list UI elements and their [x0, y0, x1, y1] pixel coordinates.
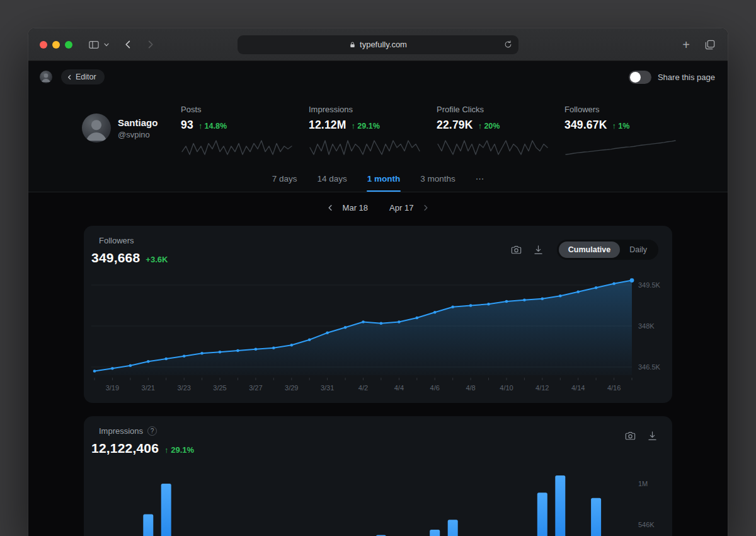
- traffic-lights: [40, 41, 72, 49]
- browser-window: typefully.com + Editor: [28, 28, 728, 536]
- stats-row: Santiago @svpino Posts 93 ↑ 14.8% Impres…: [28, 88, 728, 156]
- url-text: typefully.com: [360, 40, 407, 49]
- chart-mode-segmented-control: Cumulative Daily: [557, 240, 658, 260]
- sparkline-followers: [564, 139, 677, 156]
- svg-text:349.5K: 349.5K: [638, 281, 661, 289]
- up-arrow-icon: ↑: [478, 122, 484, 131]
- range-tabs: 7 days 14 days 1 month 3 months ⋯: [28, 170, 728, 192]
- cumulative-segment[interactable]: Cumulative: [559, 242, 620, 258]
- svg-text:3/19: 3/19: [106, 384, 119, 392]
- page-header: Editor Share this page: [28, 61, 728, 88]
- svg-text:4/16: 4/16: [607, 384, 621, 392]
- followers-card-title: Followers: [99, 236, 134, 245]
- stat-change: ↑ 1%: [612, 122, 630, 131]
- share-toggle[interactable]: [629, 71, 651, 84]
- download-icon[interactable]: [532, 244, 544, 256]
- analytics-page: Editor Share this page Santiago @svpino: [28, 61, 728, 536]
- svg-text:3/31: 3/31: [321, 384, 334, 392]
- stat-value: 93: [181, 119, 193, 132]
- range-end-date: Apr 17: [389, 203, 413, 213]
- new-tab-icon[interactable]: +: [682, 38, 690, 51]
- date-range-nav: Mar 18 Apr 17: [28, 203, 728, 213]
- back-button-icon[interactable]: [123, 40, 133, 49]
- profile-name: Santiago: [118, 117, 158, 128]
- tab-7-days[interactable]: 7 days: [272, 170, 298, 192]
- stat-label: Followers: [564, 105, 692, 114]
- svg-text:1M: 1M: [638, 480, 648, 487]
- prev-range-icon[interactable]: [327, 204, 334, 211]
- stat-label: Profile Clicks: [437, 105, 564, 114]
- daily-segment[interactable]: Daily: [620, 242, 656, 258]
- impressions-card-change: ↑ 29.1%: [164, 445, 194, 455]
- help-icon[interactable]: ?: [147, 426, 157, 436]
- back-to-editor-button[interactable]: Editor: [61, 69, 105, 84]
- followers-line-chart[interactable]: 349.5K348K346.5K3/193/213/233/253/273/29…: [91, 273, 665, 397]
- tab-more[interactable]: ⋯: [475, 170, 485, 192]
- reload-icon[interactable]: [503, 40, 513, 49]
- svg-text:3/29: 3/29: [285, 384, 298, 392]
- stat-posts: Posts 93 ↑ 14.8%: [181, 105, 309, 156]
- profile-avatar: [82, 114, 111, 143]
- up-arrow-icon: ↑: [612, 122, 619, 131]
- svg-text:4/14: 4/14: [571, 384, 585, 392]
- profile-handle: @svpino: [118, 130, 158, 139]
- svg-text:4/4: 4/4: [394, 384, 404, 392]
- share-label: Share this page: [658, 73, 715, 82]
- tab-3-months[interactable]: 3 months: [420, 170, 456, 192]
- camera-icon[interactable]: [510, 244, 522, 256]
- sparkline-posts: [181, 139, 293, 156]
- chevron-left-icon: [67, 74, 72, 80]
- followers-card-value: 349,668: [91, 250, 140, 265]
- range-start-date: Mar 18: [343, 203, 368, 213]
- camera-icon[interactable]: [624, 430, 636, 442]
- page-header-section: Editor Share this page Santiago @svpino: [28, 61, 728, 192]
- close-window-button[interactable]: [40, 41, 47, 49]
- svg-text:3/21: 3/21: [142, 384, 155, 392]
- impressions-card-title: Impressions: [99, 426, 143, 436]
- stat-label: Posts: [181, 105, 309, 114]
- stat-change: ↑ 20%: [478, 122, 500, 131]
- zoom-window-button[interactable]: [65, 41, 72, 49]
- followers-card-header: Followers 349,668 +3.6K: [91, 236, 168, 265]
- followers-card: Followers 349,668 +3.6K Cumulati: [84, 226, 672, 403]
- followers-card-change: +3.6K: [146, 255, 168, 264]
- address-bar[interactable]: typefully.com: [238, 35, 518, 54]
- up-arrow-icon: ↑: [352, 122, 358, 131]
- next-range-icon[interactable]: [422, 204, 429, 211]
- stat-change: ↑ 29.1%: [352, 122, 380, 131]
- share-control: Share this page: [629, 71, 715, 84]
- editor-button-label: Editor: [76, 73, 96, 81]
- up-arrow-icon: ↑: [164, 445, 171, 455]
- stat-label: Impressions: [309, 105, 437, 114]
- svg-text:4/2: 4/2: [358, 384, 368, 392]
- stat-followers: Followers 349.67K ↑ 1%: [564, 105, 692, 156]
- svg-text:3/23: 3/23: [177, 384, 190, 392]
- sidebar-toggle-icon[interactable]: [88, 38, 100, 51]
- svg-text:546K: 546K: [638, 521, 655, 528]
- toggle-knob: [630, 72, 641, 83]
- profile-block: Santiago @svpino: [82, 114, 181, 143]
- minimize-window-button[interactable]: [52, 41, 60, 49]
- tab-overview-icon[interactable]: [704, 38, 716, 51]
- lock-icon: [349, 41, 356, 49]
- stat-profile-clicks: Profile Clicks 22.79K ↑ 20%: [437, 105, 564, 156]
- stat-value: 22.79K: [437, 119, 473, 132]
- impressions-bar-chart[interactable]: 1M546K3/193/213/233/253/273/293/314/24/4…: [91, 463, 665, 536]
- up-arrow-icon: ↑: [198, 122, 205, 131]
- stat-value: 349.67K: [564, 119, 607, 132]
- svg-text:4/12: 4/12: [536, 384, 549, 392]
- browser-toolbar: typefully.com +: [28, 28, 728, 61]
- svg-text:3/27: 3/27: [249, 384, 262, 392]
- svg-text:348K: 348K: [638, 322, 655, 330]
- svg-text:3/25: 3/25: [213, 384, 226, 392]
- forward-button-icon[interactable]: [146, 40, 155, 49]
- svg-text:4/6: 4/6: [430, 384, 440, 392]
- impressions-card: Impressions ? 12,122,406 ↑ 29.1%: [84, 416, 672, 536]
- sidebar-chevron-down-icon[interactable]: [103, 42, 110, 48]
- download-icon[interactable]: [646, 430, 658, 442]
- svg-text:4/10: 4/10: [500, 384, 513, 392]
- tab-14-days[interactable]: 14 days: [316, 170, 347, 192]
- impressions-card-header: Impressions ? 12,122,406 ↑ 29.1%: [91, 426, 194, 456]
- stat-impressions: Impressions 12.12M ↑ 29.1%: [309, 105, 437, 156]
- tab-1-month[interactable]: 1 month: [367, 170, 401, 192]
